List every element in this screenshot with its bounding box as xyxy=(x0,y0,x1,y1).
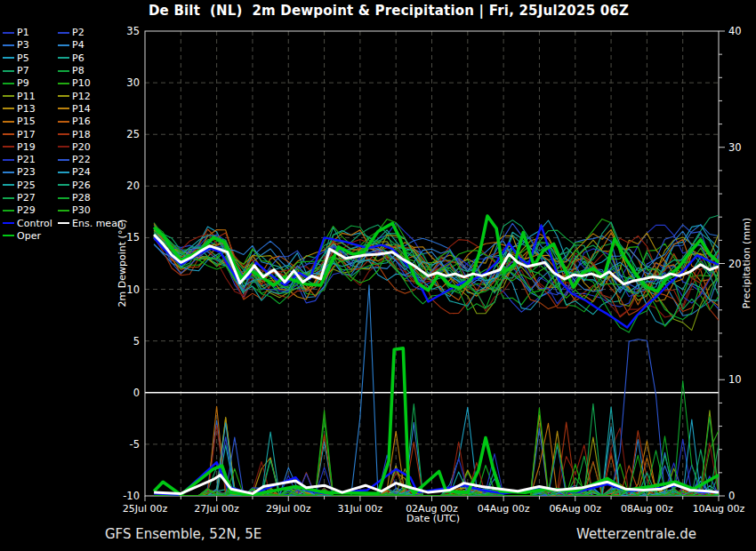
y-left-tick-label: 30 xyxy=(126,76,140,89)
member-precip-line xyxy=(154,407,719,496)
y-left-tick-label: 20 xyxy=(126,180,140,192)
member-precip-line xyxy=(154,411,719,496)
member-precip-line xyxy=(154,422,719,496)
x-tick-label: 27Jul 00z xyxy=(194,503,239,515)
footer-model-info: GFS Ensemble, 52N, 5E xyxy=(105,526,261,542)
y-right-tick-label: 40 xyxy=(728,25,742,37)
plot-area: -10-50510152025303501020304025Jul 00z27J… xyxy=(0,0,756,551)
member-precip-line xyxy=(154,411,719,496)
y-right-tick-label: 20 xyxy=(728,258,742,270)
y-left-tick-label: 25 xyxy=(126,128,140,140)
member-precip-line xyxy=(154,408,719,495)
member-precip-line xyxy=(154,407,719,495)
y-left-tick-label: 10 xyxy=(126,283,140,296)
x-axis-label: Date (UTC) xyxy=(406,513,460,524)
y-axis-label-left: 2m Dewpoint (°C) xyxy=(117,220,128,307)
y-right-tick-label: 10 xyxy=(728,373,742,386)
y-left-tick-label: 35 xyxy=(126,25,140,37)
y-right-tick-label: 30 xyxy=(728,141,742,154)
footer-brand: Wetterzentrale.de xyxy=(576,526,696,542)
x-tick-label: 29Jul 00z xyxy=(266,503,311,515)
y-right-tick-labels: 010203040 xyxy=(728,25,742,502)
y-left-tick-label: -10 xyxy=(123,490,140,502)
y-axis-label-right: Precipitation (mm) xyxy=(741,218,752,308)
y-left-tick-label: -5 xyxy=(130,438,140,451)
member-precip-line xyxy=(154,415,719,496)
x-tick-label: 08Aug 00z xyxy=(621,503,673,515)
x-tick-label: 06Aug 00z xyxy=(549,503,601,515)
x-tick-label: 04Aug 00z xyxy=(478,503,530,515)
x-tick-label: 25Jul 00z xyxy=(123,503,168,515)
y-right-tick-label: 0 xyxy=(728,490,735,502)
y-left-tick-label: 15 xyxy=(126,231,140,244)
y-left-tick-label: 5 xyxy=(133,335,140,347)
x-tick-label: 31Jul 00z xyxy=(338,503,383,515)
y-left-tick-label: 0 xyxy=(133,387,140,399)
x-tick-label: 10Aug 00z xyxy=(693,503,745,515)
member-lines xyxy=(154,215,719,496)
meteogram-page: De Bilt (NL) 2m Dewpoint & Precipitation… xyxy=(0,0,756,551)
